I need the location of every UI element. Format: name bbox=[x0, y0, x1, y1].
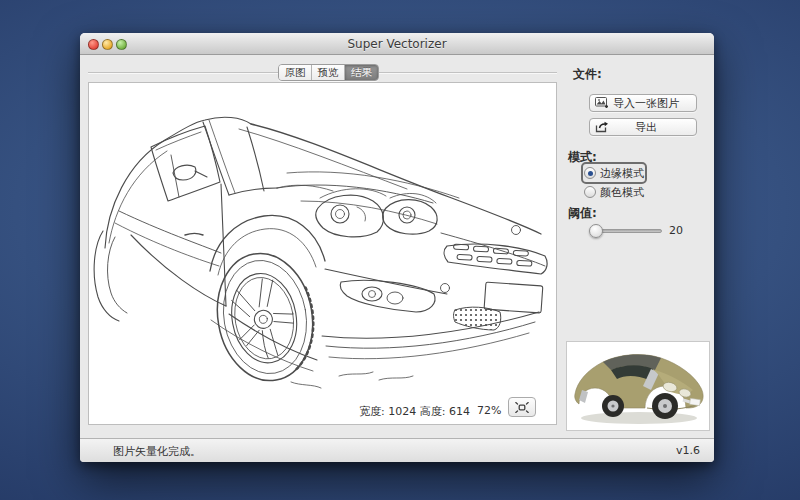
tab-original[interactable]: 原图 bbox=[279, 65, 312, 80]
tab-result[interactable]: 结果 bbox=[345, 65, 378, 80]
titlebar[interactable]: Super Vectorizer bbox=[80, 33, 714, 55]
status-message: 图片矢量化完成。 bbox=[113, 444, 201, 459]
result-canvas: 宽度: 1024 高度: 614 72% bbox=[88, 82, 557, 425]
export-button[interactable]: 导出 bbox=[589, 118, 697, 136]
zoom-percent: 72% bbox=[477, 404, 501, 417]
radio-selected-icon bbox=[584, 167, 596, 179]
tab-preview[interactable]: 预览 bbox=[312, 65, 345, 80]
version-label: v1.6 bbox=[676, 444, 700, 457]
edge-mode-label: 边缘模式 bbox=[600, 166, 644, 181]
height-value: 614 bbox=[449, 405, 470, 418]
file-heading: 文件: bbox=[573, 66, 602, 83]
view-tabs: 原图 预览 结果 bbox=[278, 64, 379, 81]
slider-handle[interactable] bbox=[589, 224, 603, 238]
radio-unselected-icon bbox=[584, 186, 596, 198]
width-value: 1024 bbox=[388, 405, 416, 418]
export-arrow-icon bbox=[595, 121, 610, 133]
window-title: Super Vectorizer bbox=[80, 37, 714, 51]
mode-heading: 模式: bbox=[568, 149, 597, 166]
radio-color-mode[interactable]: 颜色模式 bbox=[584, 184, 644, 200]
car-photo bbox=[567, 342, 709, 430]
fit-button[interactable] bbox=[508, 397, 536, 417]
threshold-slider[interactable] bbox=[590, 229, 662, 233]
import-button[interactable]: 导入一张图片 bbox=[589, 94, 697, 112]
status-bar: 图片矢量化完成。 v1.6 bbox=[80, 438, 714, 462]
import-button-label: 导入一张图片 bbox=[610, 96, 682, 111]
source-thumbnail bbox=[566, 341, 710, 431]
color-mode-label: 颜色模式 bbox=[600, 185, 644, 200]
radio-edge-mode[interactable]: 边缘模式 bbox=[584, 165, 644, 181]
threshold-heading: 阈值: bbox=[568, 205, 597, 222]
car-line-drawing bbox=[89, 83, 556, 424]
height-label: 高度: bbox=[420, 405, 446, 418]
app-window: Super Vectorizer 原图 预览 结果 bbox=[80, 33, 714, 462]
width-label: 宽度: bbox=[359, 405, 385, 418]
threshold-value: 20 bbox=[669, 224, 683, 237]
fit-to-screen-icon bbox=[515, 402, 529, 413]
export-button-label: 导出 bbox=[610, 120, 682, 135]
image-plus-icon bbox=[595, 97, 610, 109]
